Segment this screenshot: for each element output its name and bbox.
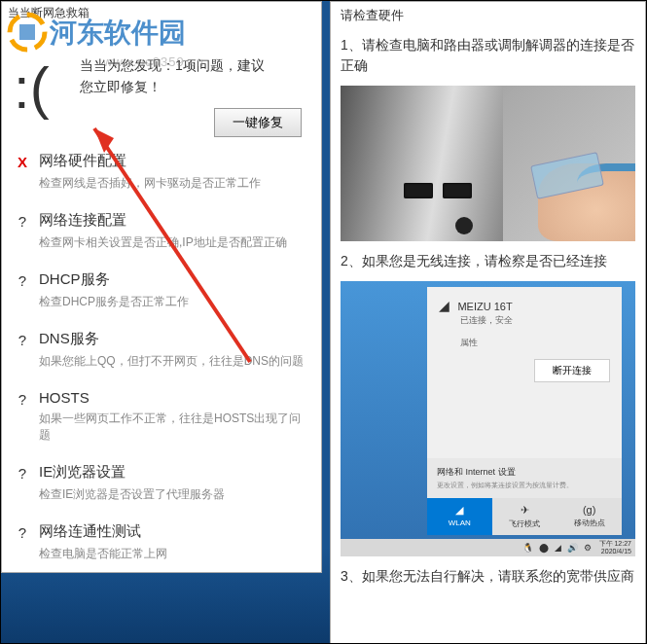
watermark: 河东软件园: [6, 11, 186, 54]
wifi-popup: ◢ MEIZU 16T 已连接，安全 属性 断开连接 网络和 Internet …: [427, 287, 622, 535]
item-desc: 如果一些网页工作不正常，往往是HOSTS出现了问题: [39, 411, 304, 444]
item-title: 网络连通性测试: [39, 522, 304, 541]
tray-icon[interactable]: 🔊: [567, 543, 578, 553]
sad-face-icon: :(: [14, 59, 50, 118]
svg-rect-1: [19, 24, 35, 40]
item-title: 网络硬件配置: [39, 152, 304, 170]
item-desc: 检查网卡相关设置是否正确,IP地址是否配置正确: [39, 234, 304, 251]
item-title: DHCP服务: [39, 270, 304, 289]
wlan-icon: ◢: [429, 504, 490, 517]
hotspot-icon: (g): [558, 504, 620, 516]
item-dhcp[interactable]: ? DHCP服务 检查DHCP服务是否正常工作: [2, 261, 321, 320]
airplane-icon: ✈: [494, 504, 556, 517]
hotspot-toggle[interactable]: (g) 移动热点: [557, 498, 622, 535]
right-title: 请检查硬件: [341, 4, 635, 27]
right-panel: 请检查硬件 1、请检查电脑和路由器或调制解调器的连接是否正确 2、如果您是无线连…: [330, 1, 646, 644]
settings-subtitle: 更改设置，例如将某连接设置为按流量计费。: [437, 481, 612, 490]
wifi-ssid: MEIZU 16T: [457, 301, 512, 312]
tray-icon[interactable]: ⚙: [584, 543, 592, 553]
item-network-connection[interactable]: ? 网络连接配置 检查网卡相关设置是否正确,IP地址是否配置正确: [2, 201, 321, 261]
disconnect-button[interactable]: 断开连接: [534, 359, 610, 382]
item-title: HOSTS: [39, 389, 304, 406]
item-desc: 检查IE浏览器是否设置了代理服务器: [39, 486, 304, 503]
item-ie-settings[interactable]: ? IE浏览器设置 检查IE浏览器是否设置了代理服务器: [2, 453, 321, 513]
taskbar: 🐧 ⬤ ◢ 🔊 ⚙ 下午 12:27 2020/4/15: [341, 539, 635, 556]
item-desc: 检查电脑是否能正常上网: [39, 546, 304, 562]
wifi-properties-link[interactable]: 属性: [460, 337, 610, 349]
wifi-status: 已连接，安全: [460, 314, 610, 327]
watermark-url: www.pc0359.cn: [103, 54, 204, 69]
item-desc: 如果您能上QQ，但打不开网页，往往是DNS的问题: [39, 353, 304, 370]
wifi-quick-actions: ◢ WLAN ✈ 飞行模式 (g) 移动热点: [427, 498, 622, 535]
instruction-1: 1、请检查电脑和路由器或调制解调器的连接是否正确: [341, 35, 635, 76]
item-desc: 检查网线是否插好，网卡驱动是否正常工作: [39, 175, 304, 192]
instruction-2: 2、如果您是无线连接，请检察是否已经连接: [341, 251, 635, 271]
item-hosts[interactable]: ? HOSTS 如果一些网页工作不正常，往往是HOSTS出现了问题: [2, 379, 321, 453]
item-connectivity-test[interactable]: ? 网络连通性测试 检查电脑是否能正常上网: [2, 513, 321, 572]
settings-title: 网络和 Internet 设置: [437, 466, 612, 479]
tray-icons: 🐧 ⬤ ◢ 🔊 ⚙: [522, 543, 592, 553]
network-settings-link[interactable]: 网络和 Internet 设置 更改设置，例如将某连接设置为按流量计费。: [427, 458, 622, 498]
watermark-text: 河东软件园: [50, 15, 186, 52]
status-unknown-icon: ?: [14, 524, 31, 541]
item-network-hardware[interactable]: X 网络硬件配置 检查网线是否插好，网卡驱动是否正常工作: [2, 142, 321, 201]
item-title: DNS服务: [39, 330, 304, 348]
ethernet-port-illustration: [341, 86, 635, 241]
wifi-signal-icon: ◢: [439, 298, 449, 313]
item-dns[interactable]: ? DNS服务 如果您能上QQ，但打不开网页，往往是DNS的问题: [2, 320, 321, 379]
status-unknown-icon: ?: [14, 332, 31, 348]
taskbar-clock[interactable]: 下午 12:27 2020/4/15: [599, 540, 631, 555]
tray-icon[interactable]: ⬤: [539, 543, 549, 553]
diagnostic-list: X 网络硬件配置 检查网线是否插好，网卡驱动是否正常工作 ? 网络连接配置 检查…: [2, 137, 321, 572]
wifi-screenshot: ◢ MEIZU 16T 已连接，安全 属性 断开连接 网络和 Internet …: [341, 281, 635, 556]
tray-icon[interactable]: 🐧: [522, 543, 533, 553]
item-title: IE浏览器设置: [39, 463, 304, 482]
item-title: 网络连接配置: [39, 211, 304, 230]
status-unknown-icon: ?: [14, 465, 31, 482]
instruction-3: 3、如果您无法自行解决，请联系您的宽带供应商: [341, 566, 635, 587]
status-error-icon: X: [14, 154, 31, 170]
status-unknown-icon: ?: [14, 272, 31, 289]
item-desc: 检查DHCP服务是否正常工作: [39, 294, 304, 310]
wlan-toggle[interactable]: ◢ WLAN: [427, 498, 492, 535]
header-line2: 您立即修复！: [80, 79, 162, 94]
airplane-mode-toggle[interactable]: ✈ 飞行模式: [492, 498, 557, 535]
tray-icon[interactable]: ◢: [555, 543, 561, 553]
status-unknown-icon: ?: [14, 391, 31, 408]
watermark-logo-icon: [6, 11, 50, 54]
status-unknown-icon: ?: [14, 213, 31, 230]
fix-all-button[interactable]: 一键修复: [214, 108, 302, 137]
left-panel: 当当断网急救箱 :( 当当为您发现：1项问题，建议 您立即修复！ 一键修复 X …: [1, 1, 322, 573]
